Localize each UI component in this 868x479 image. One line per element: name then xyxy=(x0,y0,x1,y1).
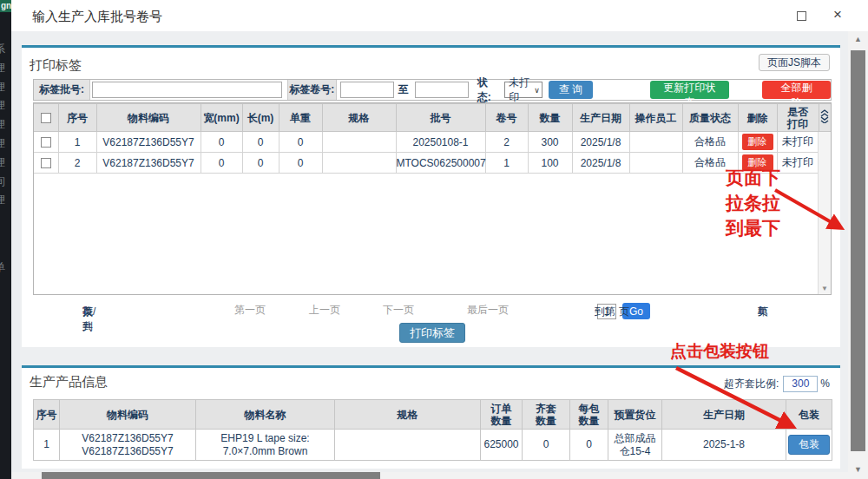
col-batch: 批号 xyxy=(396,104,485,132)
print-panel-title: 打印标签 xyxy=(30,57,82,74)
col-material-code: 物料编码 xyxy=(96,104,201,132)
batch-no-input[interactable] xyxy=(92,82,282,98)
update-print-status-button[interactable]: 更新打印状态 xyxy=(650,81,729,99)
goto-suffix: 页 xyxy=(619,305,629,319)
scroll-down-icon[interactable]: ▼ xyxy=(819,285,831,292)
cell-roll: 2 xyxy=(485,132,528,153)
delete-row-button[interactable]: 删除 xyxy=(742,134,773,150)
cell-quality: 合格品 xyxy=(682,132,738,153)
cell-quality: 合格品 xyxy=(682,153,738,174)
next-page-link[interactable]: 下一页 xyxy=(383,303,414,318)
prev-page-link[interactable]: 上一页 xyxy=(309,303,340,318)
cell-roll: 1 xyxy=(485,153,528,174)
cell-unit-weight: 0 xyxy=(279,153,322,174)
cell-preset-location: 总部成品 仓15-4 xyxy=(608,430,662,461)
chevron-down-icon: ∨ xyxy=(534,86,540,95)
print-labels-button[interactable]: 打印标签 xyxy=(399,323,465,343)
cell-printed-status: 未打印 xyxy=(777,153,819,174)
scroll-up-icon[interactable]: ▲ xyxy=(848,35,868,43)
scroll-down-icon[interactable]: ▼ xyxy=(848,465,868,474)
cell-width: 0 xyxy=(201,132,242,153)
vertical-scrollbar-thumb[interactable] xyxy=(851,50,865,451)
select-all-checkbox[interactable] xyxy=(41,113,51,123)
col-preset-location: 预置货位 xyxy=(608,400,662,430)
pack-button[interactable]: 包装 xyxy=(788,435,830,455)
ratio-label: 超齐套比例: xyxy=(724,377,779,391)
cell-unit-weight: 0 xyxy=(279,132,322,153)
sidebar-menu-fragments: 系 理 理 理 理 理 理 间 理 xyxy=(0,40,11,210)
row-checkbox[interactable] xyxy=(41,158,51,168)
label-roll-no: 标签卷号: xyxy=(287,80,337,100)
product-panel-title: 生产产品信息 xyxy=(30,374,108,390)
page-js-script-button[interactable]: 页面JS脚本 xyxy=(759,54,830,71)
ratio-unit: % xyxy=(820,377,830,390)
maximize-icon[interactable] xyxy=(797,11,806,21)
dialog-content: 打印标签 页面JS脚本 标签批号: 标签卷号: 至 状态: 未打印 ∨ 查 询 … xyxy=(11,31,848,472)
cell-qty: 300 xyxy=(528,132,572,153)
table-row: 1 V62187Z136D55Y7 0 0 0 20250108-1 2 300… xyxy=(34,132,831,153)
table-scrollbar[interactable]: ▼ xyxy=(818,132,831,294)
goto-page-group: 到第页Go xyxy=(595,303,650,319)
cell-operator xyxy=(629,132,682,153)
col-seq: 序号 xyxy=(58,104,96,132)
cell-length: 0 xyxy=(242,132,279,153)
page-vertical-scrollbar[interactable]: ▲ ▼ xyxy=(848,31,868,479)
table-row: 2 V62187Z136D55Y7 0 0 0 MTOCS062500007 1… xyxy=(34,153,831,174)
double-chevron-collapse-icon[interactable] xyxy=(820,109,829,123)
col-roll: 卷号 xyxy=(485,104,528,132)
cell-seq: 1 xyxy=(34,430,60,461)
cell-batch: MTOCS062500007 xyxy=(396,153,485,174)
col-qty: 数量 xyxy=(528,104,572,132)
pagination-bar: 找到 2 条/共 1 页 第一页 上一页 下一页 最后一页 到第页Go 第 1/… xyxy=(33,301,832,318)
labels-table-container: 序号 物料编码 宽(mm) 长(m) 单重 规格 批号 卷号 数量 生产日期 操… xyxy=(33,102,832,295)
col-unit-weight: 单重 xyxy=(279,104,322,132)
cell-material: V62187Z136D55Y7 xyxy=(96,132,201,153)
delete-all-button[interactable]: 全部删除 xyxy=(762,81,831,99)
labels-table: 序号 物料编码 宽(mm) 长(m) 单重 规格 批号 卷号 数量 生产日期 操… xyxy=(34,103,831,174)
product-table-container: 序号 物料编码 物料名称 规格 订单 数量 齐套 数量 每包 数量 预置货位 生… xyxy=(33,399,832,461)
col-per-pack-qty: 每包 数量 xyxy=(570,400,608,430)
cell-spec xyxy=(322,153,396,174)
close-icon[interactable]: × xyxy=(833,6,842,23)
cell-kit-qty: 0 xyxy=(523,430,570,461)
delete-row-button[interactable]: 删除 xyxy=(742,154,773,171)
filter-bar: 标签批号: 标签卷号: 至 状态: 未打印 ∨ 查 询 更新打印状态 全部删除 xyxy=(33,79,832,101)
cell-seq: 2 xyxy=(58,153,96,174)
product-table: 序号 物料编码 物料名称 规格 订单 数量 齐套 数量 每包 数量 预置货位 生… xyxy=(33,399,832,461)
horizontal-scrollbar-thumb[interactable] xyxy=(42,472,380,479)
col-length: 长(m) xyxy=(242,104,279,132)
status-select-value: 未打印 xyxy=(509,75,534,105)
first-page-link[interactable]: 第一页 xyxy=(234,303,266,318)
status-select[interactable]: 未打印 ∨ xyxy=(504,82,542,98)
background-app-sidebar: gn 系 理 理 理 理 理 理 间 理 单 xyxy=(0,0,11,479)
label-to: 至 xyxy=(398,82,409,97)
cell-material-code: V62187Z136D55Y7 V62187Z136D55Y7 xyxy=(60,430,196,461)
page-horizontal-scrollbar[interactable] xyxy=(11,472,848,479)
cell-per-pack-qty: 0 xyxy=(570,430,608,461)
last-page-link[interactable]: 最后一页 xyxy=(467,303,509,318)
cell-order-qty: 625000 xyxy=(481,430,523,461)
col-seq: 序号 xyxy=(34,400,60,430)
roll-no-from-input[interactable] xyxy=(340,82,394,98)
col-order-qty: 订单 数量 xyxy=(481,400,523,430)
cell-operator xyxy=(629,153,682,174)
cell-qty: 100 xyxy=(528,153,572,174)
query-button[interactable]: 查 询 xyxy=(549,81,593,99)
row-checkbox[interactable] xyxy=(41,137,51,148)
ratio-input[interactable] xyxy=(783,376,818,392)
labels-table-header-row: 序号 物料编码 宽(mm) 长(m) 单重 规格 批号 卷号 数量 生产日期 操… xyxy=(34,104,831,132)
sidebar-menu-fragment: 单 xyxy=(0,259,11,278)
col-spec: 规格 xyxy=(335,400,481,430)
cell-printed-status: 未打印 xyxy=(777,132,819,153)
label-batch-no: 标签批号: xyxy=(34,80,90,100)
roll-no-to-input[interactable] xyxy=(415,82,469,98)
col-collapse xyxy=(819,104,831,132)
cell-spec xyxy=(335,430,481,461)
dialog-title: 输入生产入库批号卷号 xyxy=(32,9,162,25)
cell-date: 2025/1/8 xyxy=(572,153,629,174)
cell-material: V62187Z136D55Y7 xyxy=(96,153,201,174)
cell-seq: 1 xyxy=(58,132,96,153)
col-printed: 是否 打印 xyxy=(777,104,819,132)
col-width: 宽(mm) xyxy=(201,104,242,132)
col-delete: 删除 xyxy=(738,104,777,132)
